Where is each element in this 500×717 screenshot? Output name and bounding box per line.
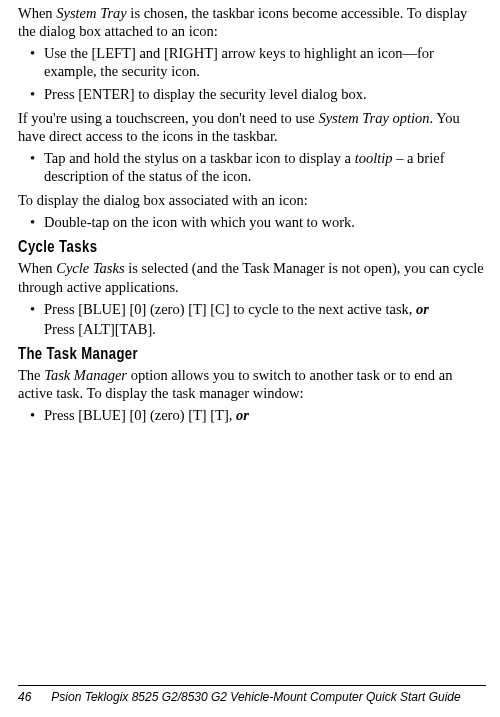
paragraph-cycle-tasks: When Cycle Tasks is selected (and the Ta… [18,259,486,295]
list-item-text: Press [BLUE] [0] (zero) [T] [T], or [44,406,486,424]
bullet-list: • Press [BLUE] [0] (zero) [T] [C] to cyc… [18,300,486,338]
bullet-list: • Press [BLUE] [0] (zero) [T] [T], or [18,406,486,424]
italic-text: System Tray [56,5,126,21]
list-item-text: Double-tap on the icon with which you wa… [44,213,486,231]
paragraph-dialog-box: To display the dialog box associated wit… [18,191,486,209]
bold-italic-text: or [236,407,249,423]
bullet-icon: • [18,406,44,424]
bullet-icon: • [18,300,44,338]
text: Tap and hold the stylus on a taskbar ico… [44,150,355,166]
list-item: • Double-tap on the icon with which you … [18,213,486,231]
list-item: • Press [BLUE] [0] (zero) [T] [C] to cyc… [18,300,486,338]
list-item-text: Use the [LEFT] and [RIGHT] arrow keys to… [44,44,486,80]
italic-text: tooltip [355,150,393,166]
bullet-icon: • [18,213,44,231]
list-item: • Press [ENTER] to display the security … [18,85,486,103]
list-item: • Press [BLUE] [0] (zero) [T] [T], or [18,406,486,424]
text: Press [BLUE] [0] (zero) [T] [C] to cycle… [44,301,416,317]
paragraph-touchscreen: If you're using a touchscreen, you don't… [18,109,486,145]
italic-text: Task Manager [44,367,127,383]
list-item-subtext: Press [ALT][TAB]. [44,320,486,338]
bullet-icon: • [18,44,44,80]
bullet-list: • Double-tap on the icon with which you … [18,213,486,231]
list-item: • Use the [LEFT] and [RIGHT] arrow keys … [18,44,486,80]
paragraph-task-manager: The Task Manager option allows you to sw… [18,366,486,402]
text: When [18,5,56,21]
heading-task-manager: The Task Manager [18,344,402,364]
heading-cycle-tasks: Cycle Tasks [18,237,402,257]
footer-title: Psion Teklogix 8525 G2/8530 G2 Vehicle-M… [51,690,460,705]
bullet-list: • Tap and hold the stylus on a taskbar i… [18,149,486,185]
text: When [18,260,56,276]
bullet-icon: • [18,85,44,103]
paragraph-system-tray: When System Tray is chosen, the taskbar … [18,4,486,40]
bold-italic-text: or [416,301,429,317]
list-item-text: Press [BLUE] [0] (zero) [T] [C] to cycle… [44,300,486,338]
text: The [18,367,44,383]
list-item-text: Press [ENTER] to display the security le… [44,85,486,103]
italic-text: Cycle Tasks [56,260,124,276]
list-item: • Tap and hold the stylus on a taskbar i… [18,149,486,185]
list-item-text: Tap and hold the stylus on a taskbar ico… [44,149,486,185]
page-footer: 46 Psion Teklogix 8525 G2/8530 G2 Vehicl… [18,685,486,705]
page-number: 46 [18,690,31,705]
text: Press [BLUE] [0] (zero) [T] [T], [44,407,236,423]
italic-text: System Tray option [318,110,429,126]
bullet-icon: • [18,149,44,185]
text: If you're using a touchscreen, you don't… [18,110,318,126]
bullet-list: • Use the [LEFT] and [RIGHT] arrow keys … [18,44,486,102]
